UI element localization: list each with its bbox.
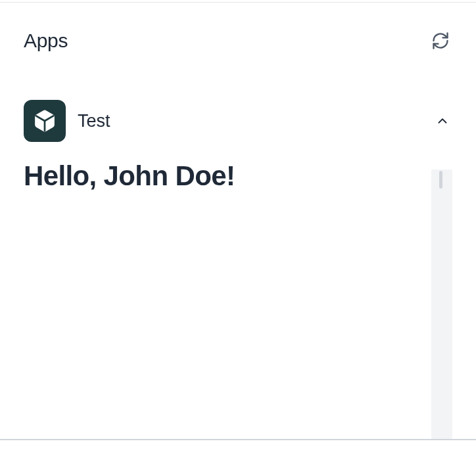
cube-icon xyxy=(33,109,57,133)
refresh-icon xyxy=(431,32,450,50)
main-container: Apps Test xyxy=(0,0,476,192)
chevron-up-icon xyxy=(435,114,450,128)
scrollbar-track[interactable] xyxy=(431,170,452,439)
app-header-left: Test xyxy=(24,100,110,142)
app-content: Hello, John Doe! xyxy=(24,160,452,192)
app-header[interactable]: Test xyxy=(24,100,452,142)
app-section: Test Hello, John Doe! xyxy=(0,100,476,192)
page-title: Apps xyxy=(24,30,68,52)
bottom-divider xyxy=(0,439,476,440)
collapse-button[interactable] xyxy=(433,111,452,131)
refresh-button[interactable] xyxy=(429,29,452,53)
greeting-text: Hello, John Doe! xyxy=(24,160,452,192)
app-name: Test xyxy=(78,111,110,131)
page-header: Apps xyxy=(0,0,476,53)
scrollbar-thumb[interactable] xyxy=(439,171,442,189)
app-icon-container xyxy=(24,100,66,142)
